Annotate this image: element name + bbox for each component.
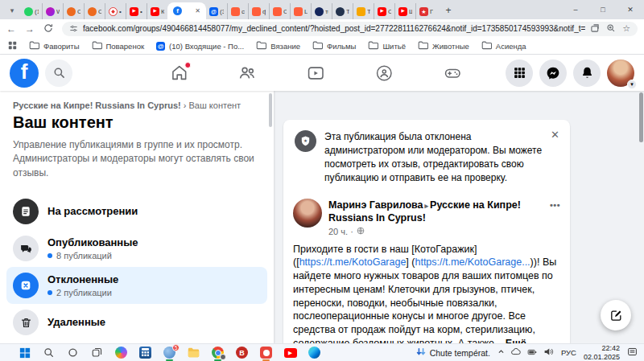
bookmark-item[interactable]: Фавориты (29, 40, 80, 51)
language-indicator[interactable]: РУС (561, 348, 576, 357)
reload-button[interactable] (43, 23, 53, 35)
minimize-button[interactable]: – (562, 0, 589, 19)
aliexpress-tab-icon (273, 7, 282, 16)
taskbar-defender-icon[interactable] (259, 347, 273, 359)
zoom-icon[interactable] (606, 22, 616, 36)
browser-tab[interactable]: ★По (415, 3, 436, 19)
bookmark-item[interactable]: Шитьё (368, 40, 406, 51)
sidebar-item-published[interactable]: Опубликованные8 публикаций (6, 230, 267, 267)
browser-tab[interactable]: ▶• (126, 3, 147, 19)
post-link[interactable]: https://t.me/KotoGarage... (415, 256, 530, 268)
menu-grid-button[interactable] (506, 59, 533, 87)
notification-center-icon[interactable] (627, 347, 638, 359)
profile-avatar[interactable]: ▾ (607, 59, 634, 87)
address-bar[interactable]: facebook.com/groups/490466814458077/my_d… (62, 22, 638, 36)
browser-tab[interactable]: ▶Ки (147, 3, 167, 19)
sidebar-item-review[interactable]: На рассмотрении (6, 193, 267, 230)
taskbar-edge-icon[interactable] (308, 347, 321, 359)
search-button[interactable] (45, 59, 72, 87)
tab-title: Те (367, 8, 370, 15)
notifications-bell-button[interactable] (573, 59, 601, 87)
browser-tab[interactable]: ▶Сл (374, 3, 394, 19)
post-options-icon[interactable]: ••• (550, 200, 560, 210)
post-author-avatar[interactable] (293, 199, 322, 228)
browser-tab[interactable]: Lu (290, 3, 311, 19)
taskbar-ring-icon[interactable] (66, 347, 80, 359)
bookmark-item[interactable]: Асиенда (481, 40, 526, 51)
bookmark-star-icon[interactable]: ☆ (622, 23, 630, 34)
date-text: 02.01.2025 (584, 353, 620, 361)
browser-tab[interactable]: @(3 (206, 3, 227, 19)
browser-tab[interactable]: • (105, 3, 126, 19)
browser-tab[interactable]: те (311, 3, 332, 19)
taskbar-folder-icon[interactable] (187, 347, 200, 359)
home-tab[interactable] (171, 64, 188, 81)
tab-title: се (242, 8, 245, 15)
forward-button[interactable]: → (25, 24, 35, 34)
speaker-icon[interactable] (543, 347, 554, 359)
apps-grid-icon[interactable] (8, 39, 17, 53)
taskbar-task-view-icon[interactable] (90, 347, 104, 359)
post-author-link[interactable]: Маринэ Гаврилова (328, 199, 423, 211)
maximize-button[interactable]: □ (589, 0, 617, 19)
see-more-link[interactable]: Ещё (506, 338, 526, 343)
bookmark-item[interactable]: Поваренок (92, 40, 145, 51)
browser-tab[interactable]: Wi (42, 3, 63, 19)
onedrive-cloud-icon[interactable] (510, 347, 521, 359)
clock[interactable]: 22:42 02.01.2025 (584, 344, 620, 361)
your-content-sidebar: Русские на Кипре! Russians In Cyprus! › … (0, 91, 274, 343)
bookmark-item[interactable]: @(10) Входящие - По... (156, 42, 244, 51)
tab-close-icon[interactable]: ✕ (195, 7, 200, 14)
taskbar-copilot-icon[interactable] (114, 347, 128, 359)
browser-tab[interactable]: Те (332, 3, 353, 19)
page-scrollbar[interactable] (639, 92, 643, 142)
messenger-button[interactable] (539, 59, 567, 87)
browser-tab[interactable]: Са (269, 3, 290, 19)
create-post-fab[interactable] (601, 300, 631, 330)
bookmark-item[interactable]: Вязание (256, 40, 300, 51)
taskbar-search-icon[interactable] (42, 347, 56, 359)
browser-tab[interactable]: Се (63, 3, 84, 19)
weather-widget[interactable]: Chute températ. (416, 347, 490, 359)
browser-tab[interactable]: ф. (248, 3, 269, 19)
tab-title: Те (346, 8, 349, 15)
taskbar-app-badge-icon[interactable]: 5 (163, 347, 176, 359)
watch-tab[interactable] (307, 64, 324, 82)
back-button[interactable]: ← (6, 24, 16, 34)
browser-tab[interactable]: Те (353, 3, 374, 19)
share-tab-icon[interactable] (590, 22, 600, 36)
badge: 5 (172, 344, 180, 351)
taskbar-calculator-icon[interactable] (138, 347, 152, 359)
browser-tab[interactable]: (1 (21, 3, 42, 19)
tab-search-icon[interactable]: ▾ (3, 2, 21, 19)
sidebar-item-deleted[interactable]: Удаленные (6, 304, 267, 341)
taskbar-brave-icon[interactable]: B (235, 347, 249, 359)
taskbar-youtube-icon[interactable]: ▶ (283, 347, 297, 359)
close-button[interactable]: ✕ (617, 0, 644, 19)
post-link[interactable]: https://t.me/KotoGarage (299, 256, 407, 268)
browser-tab[interactable]: се (227, 3, 248, 19)
sidebar-item-declined[interactable]: Отклоненные2 публикации (6, 267, 267, 304)
sidebar-scrollbar[interactable] (269, 93, 272, 127)
browser-tab-active[interactable]: f✕ (167, 2, 206, 19)
browser-tab[interactable]: ▶Ш (394, 3, 415, 19)
close-icon[interactable]: ✕ (551, 129, 559, 141)
post-timestamp[interactable]: 20 ч. · (328, 227, 543, 236)
breadcrumb-group-link[interactable]: Русские на Кипре! Russians In Cyprus! (13, 101, 181, 110)
bookmark-item[interactable]: Животные (418, 40, 469, 51)
taskbar-chrome-icon[interactable] (211, 347, 225, 359)
url-text[interactable]: facebook.com/groups/490466814458077/my_d… (83, 24, 585, 33)
browser-tab[interactable]: Се (84, 3, 105, 19)
new-tab-button[interactable]: + (440, 2, 457, 19)
facebook-logo-icon[interactable]: f (10, 59, 39, 88)
site-info-icon[interactable] (69, 22, 78, 36)
bookmark-item[interactable]: Фильмы (312, 40, 356, 51)
taskbar-start-icon[interactable] (18, 347, 31, 359)
tray-expand-icon[interactable] (497, 348, 505, 357)
bookmark-label: Вязание (270, 42, 300, 51)
battery-icon[interactable] (526, 347, 538, 359)
folder-icon (29, 40, 39, 51)
groups-tab[interactable] (375, 64, 393, 82)
friends-tab[interactable] (238, 64, 256, 82)
gaming-tab[interactable] (444, 64, 461, 82)
